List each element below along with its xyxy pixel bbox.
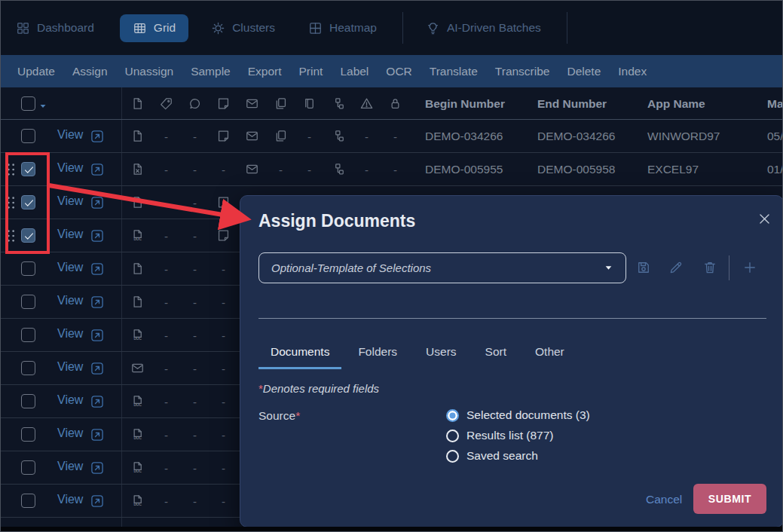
cancel-button[interactable]: Cancel <box>646 493 682 506</box>
nav-item-dashboard[interactable]: Dashboard <box>8 15 102 41</box>
nav-item-grid[interactable]: Grid <box>120 14 188 42</box>
row-checkbox[interactable] <box>21 195 35 209</box>
view-link[interactable]: View <box>57 194 83 208</box>
external-link-icon[interactable] <box>90 328 105 343</box>
close-icon[interactable] <box>757 212 772 226</box>
view-link[interactable]: View <box>57 393 83 407</box>
row-checkbox[interactable] <box>21 361 35 375</box>
tab-sort[interactable]: Sort <box>473 345 518 369</box>
toolbar-button-assign[interactable]: Assign <box>72 65 108 78</box>
nav-item-heatmap[interactable]: Heatmap <box>301 15 384 41</box>
external-link-icon[interactable] <box>90 228 105 243</box>
drag-handle-icon[interactable] <box>6 163 16 176</box>
doc-file-icon: DOC <box>130 494 145 508</box>
envelope-icon <box>245 96 259 111</box>
empty-cell-dash: - <box>302 153 317 186</box>
column-header-end-number[interactable]: End Number <box>537 87 607 120</box>
template-select[interactable]: Optional-Template of Selections <box>258 252 626 283</box>
file-icon <box>130 96 145 111</box>
select-all-checkbox[interactable] <box>21 96 35 111</box>
view-link[interactable]: View <box>57 427 83 440</box>
tab-other[interactable]: Other <box>523 345 577 369</box>
view-link[interactable]: View <box>57 460 83 473</box>
view-link[interactable]: View <box>57 294 83 307</box>
toolbar-button-ocr[interactable]: OCR <box>386 65 411 78</box>
template-select-placeholder: Optional-Template of Selections <box>271 261 604 274</box>
external-link-icon[interactable] <box>90 295 105 310</box>
view-link[interactable]: View <box>57 161 83 175</box>
nav-item-clusters[interactable]: Clusters <box>203 15 283 41</box>
view-link[interactable]: View <box>57 128 83 142</box>
toolbar-button-sample[interactable]: Sample <box>191 65 231 78</box>
tab-documents[interactable]: Documents <box>258 345 341 369</box>
external-link-icon[interactable] <box>90 261 105 277</box>
row-checkbox[interactable] <box>21 295 35 309</box>
row-checkbox[interactable] <box>21 328 35 342</box>
external-link-icon[interactable] <box>90 129 105 144</box>
view-link[interactable]: View <box>57 360 83 374</box>
tag-icon <box>159 96 173 111</box>
doc-file-icon: DOC <box>130 394 145 408</box>
column-header-begin-number[interactable]: Begin Number <box>425 87 505 120</box>
row-checkbox[interactable] <box>21 460 35 475</box>
empty-cell-dash: - <box>159 153 173 186</box>
row-checkbox[interactable] <box>21 394 35 408</box>
row-checkbox[interactable] <box>21 261 35 276</box>
column-header-ma[interactable]: Ma <box>767 87 782 120</box>
nav-item-ai-driven-batches[interactable]: AI-Driven Batches <box>418 15 549 41</box>
empty-cell-dash: - <box>216 286 231 319</box>
heatmap-icon <box>308 21 323 35</box>
external-link-icon[interactable] <box>90 394 105 409</box>
row-checkbox[interactable] <box>21 228 35 243</box>
radio-option-selected-documents-3[interactable]: Selected documents (3) <box>446 408 590 422</box>
external-link-icon[interactable] <box>90 427 105 442</box>
view-link[interactable]: View <box>57 261 83 274</box>
select-menu-caret-icon[interactable] <box>38 102 47 111</box>
radio-unselected-icon[interactable] <box>446 430 459 442</box>
radio-option-results-list-877[interactable]: Results list (877) <box>446 429 590 442</box>
toolbar-button-label[interactable]: Label <box>340 65 369 78</box>
row-checkbox[interactable] <box>21 427 35 442</box>
toolbar-button-print[interactable]: Print <box>299 65 323 78</box>
drag-handle-icon[interactable] <box>6 229 16 243</box>
toolbar-button-transcribe[interactable]: Transcribe <box>495 65 550 78</box>
external-link-icon[interactable] <box>90 460 105 475</box>
submit-button[interactable]: SUBMIT <box>693 484 766 514</box>
external-link-icon[interactable] <box>90 195 105 210</box>
add-template-icon[interactable] <box>742 260 757 275</box>
save-template-icon[interactable] <box>636 260 651 275</box>
empty-cell-dash: - <box>188 219 202 252</box>
external-link-icon[interactable] <box>90 162 105 177</box>
empty-cell-dash: - <box>188 186 202 219</box>
radio-unselected-icon[interactable] <box>446 450 459 463</box>
tab-folders[interactable]: Folders <box>346 345 409 369</box>
row-checkbox[interactable] <box>21 129 35 143</box>
tab-users[interactable]: Users <box>414 345 468 369</box>
drag-handle-icon[interactable] <box>6 196 16 209</box>
empty-cell-dash: - <box>159 352 173 385</box>
table-row: View-------DEMO-005955DEMO-005958EXCEL97… <box>1 153 782 186</box>
row-checkbox[interactable] <box>21 494 35 508</box>
radio-label: Selected documents (3) <box>466 408 590 422</box>
delete-template-icon[interactable] <box>702 260 717 275</box>
empty-cell-dash: - <box>159 252 173 286</box>
toolbar-button-export[interactable]: Export <box>248 65 282 78</box>
toolbar-button-unassign[interactable]: Unassign <box>125 65 174 78</box>
view-link[interactable]: View <box>57 228 83 241</box>
column-header-app-name[interactable]: App Name <box>647 87 705 120</box>
row-checkbox[interactable] <box>21 162 35 176</box>
toolbar-button-translate[interactable]: Translate <box>430 65 478 78</box>
radio-option-saved-search[interactable]: Saved search <box>446 449 590 463</box>
toolbar-button-delete[interactable]: Delete <box>567 65 601 78</box>
view-link[interactable]: View <box>57 327 83 341</box>
external-link-icon[interactable] <box>90 361 105 376</box>
toolbar-button-update[interactable]: Update <box>17 65 55 78</box>
radio-selected-icon[interactable] <box>446 409 459 422</box>
external-link-icon[interactable] <box>90 494 105 509</box>
empty-cell-dash: - <box>188 418 202 451</box>
copy-icon <box>274 96 288 111</box>
view-link[interactable]: View <box>57 493 83 506</box>
edit-template-icon[interactable] <box>668 260 684 275</box>
toolbar-button-index[interactable]: Index <box>618 65 647 78</box>
empty-cell-dash: - <box>188 286 202 319</box>
